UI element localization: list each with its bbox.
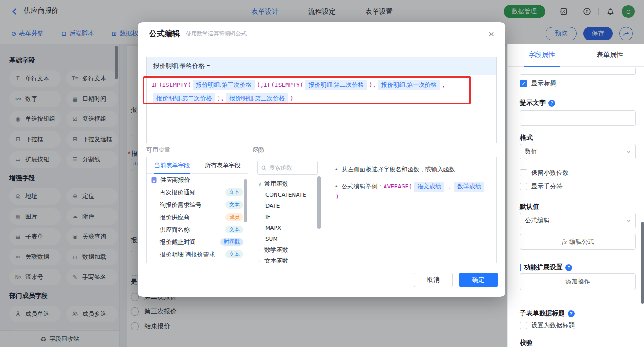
cancel-button[interactable]: 取消 — [414, 273, 453, 287]
checkbox-checked-icon: ✓ — [520, 80, 527, 87]
chevron-expanded-icon: ∨ — [258, 181, 264, 187]
formula-target: 报价明细.最终价格 = — [147, 57, 496, 75]
show-title-checkbox[interactable]: ✓ 显示标题 — [520, 80, 556, 88]
function-item[interactable]: CONCATENATE — [253, 189, 322, 200]
rightpanel-tabs: 字段属性表单属性 — [508, 44, 644, 67]
hint-text-input[interactable] — [520, 110, 636, 126]
confirm-button[interactable]: 确定 — [459, 273, 498, 287]
hint-line: • 从左侧面板选择字段名和函数，或输入函数 — [335, 165, 488, 175]
functions-label: 函数 — [253, 146, 265, 154]
formula-line: 报价明细.第二次价格),报价明细.第三次价格) — [151, 91, 492, 105]
function-search-input[interactable] — [269, 165, 314, 171]
function-item[interactable]: IF — [253, 211, 322, 222]
hint-text-label: 提示文字? — [520, 99, 555, 107]
variable-row[interactable]: 报价明细.询报价需求...文本 — [147, 248, 248, 261]
variables-panel: 当前表单字段所有表单字段 供应商报价再次报价通知文本询报价需求编号文本报价供应商… — [146, 157, 248, 263]
default-value-label: 默认值 — [520, 203, 539, 211]
keep-decimals-checkbox[interactable]: 保留小数位数 — [520, 169, 569, 177]
formula-code: ),IF(ISEMPTY( — [257, 81, 304, 88]
default-value-select[interactable]: 公式编辑∨ — [520, 213, 636, 228]
checkbox-icon — [520, 169, 527, 176]
function-item[interactable]: MAPX — [253, 222, 322, 233]
variable-name: 报价供应商 — [160, 213, 190, 222]
variable-name: 再次报价通知 — [160, 188, 196, 197]
function-group[interactable]: ›文本函数 — [253, 256, 322, 263]
function-item[interactable]: DATE — [253, 200, 322, 211]
chevron-collapsed-icon: › — [258, 247, 264, 253]
field-chip: 数学成绩 — [454, 182, 484, 192]
variable-name: 报价截止时间 — [160, 238, 196, 246]
field-title-input[interactable] — [520, 68, 636, 75]
field-type-badge: 文本 — [225, 201, 243, 209]
add-action-button[interactable]: 添加操作 — [520, 273, 636, 290]
chevron-down-icon: ∨ — [627, 218, 631, 222]
field-chip: 报价明细.第三次价格 — [226, 93, 288, 103]
close-icon[interactable]: × — [489, 29, 494, 39]
variables-tab-1[interactable]: 所有表单字段 — [197, 157, 248, 173]
help-circle-icon[interactable]: ? — [568, 310, 575, 317]
chevron-down-icon: ∨ — [627, 149, 631, 154]
formula-code: ) — [290, 95, 293, 102]
thousands-separator-checkbox[interactable]: 显示千分符 — [520, 182, 563, 191]
function-group-label: 常用函数 — [264, 180, 288, 188]
dialog-subtitle: 使用数学运算符编辑公式 — [186, 30, 247, 38]
section-bar — [520, 264, 521, 271]
properties-tab-1[interactable]: 表单属性 — [576, 44, 644, 66]
field-type-badge: 文本 — [225, 250, 243, 258]
example-label: 公式编辑举例： — [342, 182, 384, 192]
variable-row[interactable]: 报价截止时间时间戳 — [147, 236, 248, 248]
functions-list: ∨常用函数CONCATENATEDATEIFMAPXSUM›数学函数›文本函数 — [253, 178, 322, 263]
field-chip: 报价明细.第一次价格 — [378, 80, 440, 90]
search-icon — [261, 165, 266, 171]
edit-formula-button[interactable]: ƒx 编辑公式 — [520, 234, 636, 250]
formula-example: •公式编辑举例：AVERAGE( 语文成绩 ， 数学成绩 ) — [335, 182, 488, 202]
field-chip: 报价明细.第二次价格 — [305, 80, 367, 90]
formula-line: IF(ISEMPTY(报价明细.第三次价格),IF(ISEMPTY(报价明细.第… — [151, 78, 492, 91]
extension-settings-label: 功能扩展设置? — [520, 263, 572, 272]
formula-code: ), — [369, 81, 376, 88]
field-chip: 报价明细.第二次价格 — [153, 93, 215, 103]
panel-scrollbar[interactable] — [641, 222, 644, 304]
field-type-badge: 文本 — [225, 226, 243, 233]
checkbox-icon — [520, 183, 527, 190]
functions-panel: ∨常用函数CONCATENATEDATEIFMAPXSUM›数学函数›文本函数 — [253, 157, 322, 263]
variables-tab-0[interactable]: 当前表单字段 — [147, 157, 197, 173]
variable-row[interactable]: 询报价需求编号文本 — [147, 199, 248, 211]
variables-list: 供应商报价再次报价通知文本询报价需求编号文本报价供应商成员供应商名称文本报价截止… — [147, 174, 248, 261]
variable-name: 供应商名称 — [160, 226, 190, 234]
dialog-header: 公式编辑 使用数学运算符编辑公式 × — [138, 22, 505, 46]
properties-panel: 字段属性表单属性 ✓ 显示标题 提示文字? 格式 数值∨ 保留小数位数 显示千分… — [507, 44, 644, 347]
checkbox-icon — [520, 322, 527, 329]
variable-row[interactable]: 报价供应商成员 — [147, 211, 248, 223]
variables-scrollbar[interactable] — [244, 179, 247, 222]
function-group-label: 数学函数 — [264, 246, 288, 254]
function-search — [257, 161, 318, 175]
format-select[interactable]: 数值∨ — [520, 144, 636, 159]
variables-label: 可用变量 — [146, 146, 170, 154]
field-type-badge: 成员 — [225, 213, 243, 221]
function-group[interactable]: ∨常用函数 — [253, 178, 322, 189]
help-circle-icon[interactable]: ? — [548, 100, 555, 107]
dialog-title: 公式编辑 — [149, 28, 180, 39]
document-icon — [151, 177, 157, 183]
variable-name: 询报价需求编号 — [160, 201, 201, 209]
function-group[interactable]: ›数学函数 — [253, 245, 322, 256]
function-item[interactable]: SUM — [253, 233, 322, 245]
set-data-title-checkbox[interactable]: 设置为数据标题 — [520, 321, 575, 330]
formula-editor[interactable]: IF(ISEMPTY(报价明细.第三次价格),IF(ISEMPTY(报价明细.第… — [147, 75, 496, 108]
field-type-badge: 时间戳 — [220, 238, 244, 246]
fx-icon: ƒx — [561, 239, 567, 245]
format-label: 格式 — [520, 134, 533, 142]
example-function: AVERAGE( — [384, 182, 413, 192]
help-circle-icon[interactable]: ? — [565, 264, 572, 271]
formula-edit-dialog: 公式编辑 使用数学运算符编辑公式 × 报价明细.最终价格 = IF(ISEMPT… — [138, 22, 505, 297]
variable-row[interactable]: 再次报价通知文本 — [147, 186, 248, 199]
variable-row[interactable]: 供应商名称文本 — [147, 223, 248, 236]
properties-tab-0[interactable]: 字段属性 — [508, 44, 576, 66]
dialog-body: 报价明细.最终价格 = IF(ISEMPTY(报价明细.第三次价格),IF(IS… — [138, 46, 505, 297]
field-chip: 语文成绩 — [414, 182, 444, 192]
functions-scrollbar[interactable] — [317, 176, 321, 229]
variable-root-row[interactable]: 供应商报价 — [147, 174, 248, 186]
variable-root-label: 供应商报价 — [160, 176, 190, 184]
formula-box: 报价明细.最终价格 = IF(ISEMPTY(报价明细.第三次价格),IF(IS… — [146, 57, 497, 143]
